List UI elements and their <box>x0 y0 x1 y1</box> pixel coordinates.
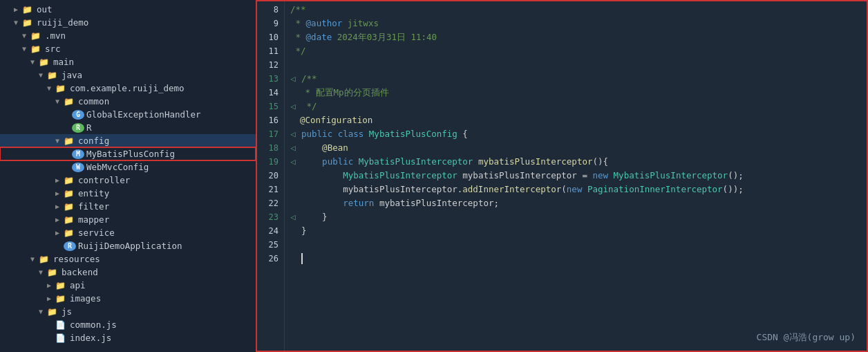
tree-item-index-js[interactable]: 📄 index.js <box>0 331 256 344</box>
tree-container: ▶ 📁 out ▼ 📁 ruiji_demo ▼ 📁 .mvn ▼ 📁 src … <box>0 0 256 347</box>
fold-icon-17: ◁ <box>290 127 300 141</box>
tree-item-main[interactable]: ▼ 📁 main <box>0 55 256 68</box>
code-text: /** <box>301 72 317 86</box>
code-text: new <box>567 183 587 196</box>
tree-item-js[interactable]: ▼ 📁 js <box>0 305 256 318</box>
ln-11: 11 <box>257 44 279 58</box>
code-text <box>301 141 322 155</box>
code-text: 2024年03月31日 11:40 <box>332 30 437 44</box>
code-text: /** <box>290 3 306 17</box>
code-text: @Configuration <box>300 113 372 127</box>
code-text: MybatisPlusInterceptor <box>343 169 462 183</box>
file-icon-webmvc-config: W <box>72 163 84 172</box>
arrow-java: ▼ <box>39 71 47 79</box>
ln-22: 22 <box>257 196 279 210</box>
tree-item-java[interactable]: ▼ 📁 java <box>0 68 256 82</box>
label-ruiji-demo: ruiji_demo <box>37 17 88 28</box>
code-text: mybatisPlusInterceptor = <box>462 169 592 183</box>
file-icon-common-js: 📄 <box>55 320 68 330</box>
file-tree[interactable]: ▶ 📁 out ▼ 📁 ruiji_demo ▼ 📁 .mvn ▼ 📁 src … <box>0 0 256 352</box>
fold-icon-13: ◁ <box>290 72 300 86</box>
tree-item-service[interactable]: ▶ 📁 service <box>0 226 256 239</box>
label-index-js: index.js <box>70 333 111 343</box>
file-icon-mybatis-config: M <box>72 149 84 159</box>
tree-item-common[interactable]: ▼ 📁 common <box>0 95 256 108</box>
label-backend: backend <box>62 267 98 277</box>
tree-item-webmvc-config[interactable]: W WebMvcConfig <box>0 160 256 174</box>
code-text: MybatisPlusConfig <box>369 127 462 141</box>
label-api: api <box>70 280 86 290</box>
label-mvn: .mvn <box>45 30 66 41</box>
ln-10: 10 <box>257 30 279 44</box>
tree-item-config[interactable]: ▼ 📁 config <box>0 134 256 147</box>
tree-item-global-exception[interactable]: G GlobalExceptionHandler <box>0 108 256 121</box>
code-line-13: ◁ /** <box>290 72 861 86</box>
arrow-ruiji-demo: ▼ <box>14 19 22 26</box>
code-text: */ <box>301 100 317 113</box>
code-line-22: return mybatisPlusInterceptor; <box>290 196 861 210</box>
ln-12: 12 <box>257 58 279 72</box>
folder-icon-common: 📁 <box>64 97 76 106</box>
code-line-18: ◁ @Bean <box>290 141 861 155</box>
code-text: (){ <box>592 155 608 169</box>
indent-21 <box>290 183 301 196</box>
arrow-images: ▶ <box>47 295 55 302</box>
label-global-exception: GlobalExceptionHandler <box>86 109 201 120</box>
tree-item-src[interactable]: ▼ 📁 src <box>0 42 256 55</box>
code-text: ()); <box>723 183 744 196</box>
tree-item-mybatis-config[interactable]: M MyBatisPlusConfig <box>0 147 256 160</box>
code-text: */ <box>290 44 306 58</box>
code-text: MybatisPlusInterceptor <box>614 169 728 183</box>
folder-icon-service: 📁 <box>64 228 76 238</box>
code-line-17: ◁ public class MybatisPlusConfig { <box>290 127 861 141</box>
fold-icon-19: ◁ <box>290 155 300 169</box>
tree-item-resources[interactable]: ▼ 📁 resources <box>0 252 256 266</box>
tree-item-backend[interactable]: ▼ 📁 backend <box>0 266 256 279</box>
tree-item-entity[interactable]: ▶ 📁 entity <box>0 187 256 200</box>
code-text: mybatisPlusInterceptor. <box>301 183 462 196</box>
code-text <box>301 155 322 169</box>
code-text: @Bean <box>322 141 348 155</box>
code-content[interactable]: /** * @author jitwxs * @date 2024年03月31日… <box>285 1 867 351</box>
tree-item-ruiji-demo[interactable]: ▼ 📁 ruiji_demo <box>0 16 256 29</box>
code-text: return <box>343 196 379 210</box>
indent-16 <box>290 113 300 127</box>
arrow-api: ▶ <box>47 281 55 289</box>
folder-icon-src: 📁 <box>30 44 43 54</box>
tree-item-common-js[interactable]: 📄 common.js <box>0 318 256 331</box>
code-line-11: */ <box>290 44 861 58</box>
cursor <box>301 253 303 264</box>
tree-item-com-example[interactable]: ▼ 📁 com.example.ruiji_demo <box>0 82 256 95</box>
code-text <box>301 196 343 210</box>
ln-15: 15 <box>257 100 279 113</box>
folder-icon-com-example: 📁 <box>55 84 68 93</box>
label-entity: entity <box>78 188 109 198</box>
file-icon-r: R <box>72 123 84 133</box>
tree-item-ruiji-app[interactable]: R RuijiDemoApplication <box>0 239 256 252</box>
tree-item-mvn[interactable]: ▼ 📁 .mvn <box>0 29 256 42</box>
tree-item-r[interactable]: R R <box>0 121 256 134</box>
indent-20 <box>290 169 301 183</box>
tree-item-mapper[interactable]: ▶ 📁 mapper <box>0 213 256 226</box>
arrow-mapper: ▶ <box>55 216 64 223</box>
tree-item-api[interactable]: ▶ 📁 api <box>0 279 256 292</box>
tree-item-filter[interactable]: ▶ 📁 filter <box>0 200 256 213</box>
arrow-mvn: ▼ <box>22 32 30 39</box>
tree-item-controller[interactable]: ▶ 📁 controller <box>0 174 256 187</box>
tree-item-images[interactable]: ▶ 📁 images <box>0 292 256 305</box>
arrow-controller: ▶ <box>55 176 64 184</box>
ln-9: 9 <box>257 17 279 30</box>
label-controller: controller <box>78 175 130 185</box>
arrow-config: ▼ <box>55 137 64 145</box>
tree-item-out[interactable]: ▶ 📁 out <box>0 3 256 16</box>
file-icon-global-exception: G <box>72 110 84 120</box>
arrow-filter: ▶ <box>55 203 64 210</box>
code-text: PaginationInnerInterceptor <box>587 183 723 196</box>
code-line-15: ◁ */ <box>290 100 861 113</box>
code-text: } <box>301 224 307 238</box>
folder-icon-images: 📁 <box>55 294 68 304</box>
ln-8: 8 <box>257 3 279 17</box>
ln-16: 16 <box>257 113 279 127</box>
indent-22 <box>290 196 301 210</box>
label-mapper: mapper <box>78 214 109 225</box>
